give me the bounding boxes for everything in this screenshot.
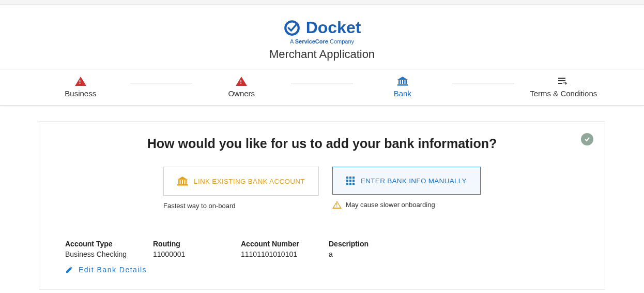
svg-rect-11 bbox=[181, 180, 182, 184]
tab-label: Terms & Conditions bbox=[483, 89, 645, 98]
manual-bank-button[interactable]: ENTER BANK INFO MANUALLY bbox=[332, 167, 481, 195]
warning-icon bbox=[161, 76, 323, 87]
bank-icon bbox=[177, 177, 188, 186]
svg-rect-14 bbox=[177, 184, 188, 186]
svg-rect-5 bbox=[397, 84, 408, 86]
detail-description: Description a bbox=[329, 240, 396, 258]
complete-badge-icon bbox=[581, 133, 593, 145]
detail-value: Business Checking bbox=[65, 250, 132, 258]
svg-rect-1 bbox=[398, 80, 400, 84]
detail-value: a bbox=[329, 250, 396, 258]
svg-rect-2 bbox=[401, 80, 402, 84]
detail-value: 11000001 bbox=[153, 250, 220, 258]
svg-rect-13 bbox=[186, 180, 187, 184]
svg-rect-6 bbox=[558, 78, 565, 79]
tagline-prefix: A bbox=[290, 38, 295, 45]
detail-label: Account Type bbox=[65, 240, 132, 248]
button-label: LINK EXISTING BANK ACCOUNT bbox=[194, 178, 305, 185]
svg-rect-3 bbox=[403, 80, 405, 84]
bank-info-card: How would you like for us to add your ba… bbox=[39, 121, 605, 290]
header: Docket A ServiceCore Company Merchant Ap… bbox=[0, 5, 644, 69]
warning-outline-icon bbox=[332, 201, 342, 209]
bank-details: Account Type Business Checking Routing 1… bbox=[60, 240, 584, 274]
option-row: LINK EXISTING BANK ACCOUNT Fastest way t… bbox=[60, 167, 584, 210]
bank-icon bbox=[322, 76, 483, 87]
terms-icon bbox=[483, 76, 645, 87]
detail-account-number: Account Number 11101101010101 bbox=[241, 240, 308, 258]
detail-label: Account Number bbox=[241, 240, 308, 248]
detail-routing: Routing 11000001 bbox=[153, 240, 220, 258]
svg-rect-12 bbox=[183, 180, 185, 184]
tab-label: Business bbox=[0, 89, 161, 98]
svg-rect-7 bbox=[558, 80, 565, 81]
svg-rect-8 bbox=[558, 83, 562, 84]
card-title: How would you like for us to add your ba… bbox=[60, 136, 584, 151]
logo-mark-icon bbox=[283, 19, 301, 37]
tab-owners[interactable]: Owners bbox=[161, 69, 323, 105]
brand-name: Docket bbox=[306, 18, 361, 37]
link-bank-button[interactable]: LINK EXISTING BANK ACCOUNT bbox=[163, 167, 319, 196]
tagline-bold: ServiceCore bbox=[295, 38, 328, 45]
manual-hint-text: May cause slower onboarding bbox=[346, 201, 435, 209]
grid-icon bbox=[346, 177, 355, 185]
svg-rect-9 bbox=[563, 83, 566, 84]
tagline-suffix: Company bbox=[328, 38, 354, 45]
app-title: Merchant Application bbox=[0, 48, 644, 61]
svg-point-0 bbox=[285, 21, 299, 35]
tab-terms[interactable]: Terms & Conditions bbox=[483, 69, 645, 105]
tab-label: Bank bbox=[322, 89, 483, 98]
button-label: ENTER BANK INFO MANUALLY bbox=[361, 177, 467, 185]
edit-bank-details-link[interactable]: Edit Bank Details bbox=[65, 266, 481, 274]
svg-rect-4 bbox=[405, 80, 407, 84]
tab-label: Owners bbox=[161, 89, 323, 98]
detail-label: Routing bbox=[153, 240, 220, 248]
manual-hint: May cause slower onboarding bbox=[332, 201, 481, 209]
svg-rect-10 bbox=[178, 180, 180, 184]
logo: Docket bbox=[0, 18, 644, 37]
tab-bar: Business Owners Bank bbox=[0, 69, 644, 106]
pencil-icon bbox=[65, 266, 73, 274]
top-bar bbox=[0, 0, 644, 5]
detail-label: Description bbox=[329, 240, 396, 248]
tab-business[interactable]: Business bbox=[0, 69, 161, 105]
warning-icon bbox=[0, 76, 161, 87]
tab-bank[interactable]: Bank bbox=[322, 69, 483, 105]
brand-tagline: A ServiceCore Company bbox=[0, 38, 644, 45]
edit-link-label: Edit Bank Details bbox=[79, 266, 147, 274]
detail-value: 11101101010101 bbox=[241, 250, 308, 258]
detail-account-type: Account Type Business Checking bbox=[65, 240, 132, 258]
link-hint: Fastest way to on-board bbox=[163, 202, 319, 210]
